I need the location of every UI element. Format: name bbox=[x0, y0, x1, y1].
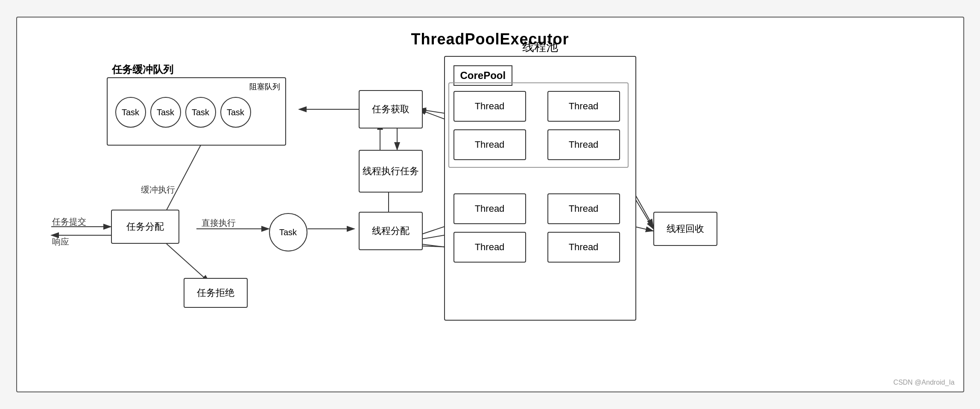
task-circle-4: Task bbox=[220, 97, 251, 128]
core-pool-inner-border bbox=[448, 82, 629, 168]
queue-container: 任务缓冲队列 阻塞队列 Task Task Task Task bbox=[107, 77, 286, 146]
svg-line-4 bbox=[162, 137, 205, 218]
diagram-title: ThreadPoolExecutor bbox=[17, 18, 963, 48]
task-distribute-box: 任务分配 bbox=[111, 210, 179, 244]
direct-exec-label: 直接执行 bbox=[202, 217, 236, 229]
task-submit-label: 任务提交 bbox=[52, 216, 86, 228]
task-center-circle: Task bbox=[269, 213, 307, 251]
response-label: 响应 bbox=[52, 236, 69, 248]
buffer-exec-label: 缓冲执行 bbox=[141, 184, 175, 196]
task-circle-3: Task bbox=[185, 97, 216, 128]
thread-box-6: Thread bbox=[547, 193, 620, 224]
blocking-queue-label: 阻塞队列 bbox=[249, 82, 280, 92]
task-circle-1: Task bbox=[115, 97, 146, 128]
task-fetch-box: 任务获取 bbox=[359, 90, 423, 129]
watermark: CSDN @Android_Ia bbox=[893, 379, 954, 386]
task-reject-box: 任务拒绝 bbox=[184, 278, 248, 308]
diagram-container: ThreadPoolExecutor bbox=[16, 17, 964, 392]
thread-box-7: Thread bbox=[453, 232, 526, 263]
thread-recycle-box: 线程回收 bbox=[653, 212, 717, 246]
task-circle-2: Task bbox=[150, 97, 181, 128]
thread-pool-outer: 线程池 CorePool Thread Thread Thread Thread… bbox=[444, 56, 636, 321]
thread-box-5: Thread bbox=[453, 193, 526, 224]
thread-execute-box: 线程执行任务 bbox=[359, 150, 423, 193]
queue-label: 任务缓冲队列 bbox=[112, 63, 173, 76]
thread-pool-label: 线程池 bbox=[522, 39, 558, 55]
thread-box-8: Thread bbox=[547, 232, 620, 263]
svg-line-20 bbox=[167, 244, 209, 282]
thread-distribute-box: 线程分配 bbox=[359, 212, 423, 250]
